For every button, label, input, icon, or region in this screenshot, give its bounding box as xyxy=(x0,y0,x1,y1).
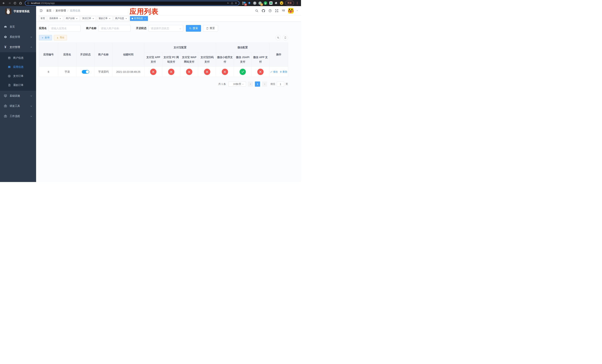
dashboard-icon xyxy=(4,25,7,29)
chevron-down-icon xyxy=(30,105,32,107)
search-icon[interactable] xyxy=(255,9,259,13)
main-area: 首页 / 支付管理 / 应用信息 应用列表 xyxy=(36,6,301,182)
browser-home-icon[interactable] xyxy=(18,1,23,5)
search-button[interactable]: 搜索 xyxy=(186,25,201,32)
sidebar-item-payment[interactable]: 支付管理 xyxy=(0,42,36,52)
enabled-switch[interactable] xyxy=(82,70,89,74)
alipay-qr-status-icon xyxy=(204,69,210,75)
breadcrumb-home[interactable]: 首页 xyxy=(46,9,52,12)
sidebar-item-system[interactable]: 系统管理 xyxy=(0,32,36,42)
add-button[interactable]: 新增 xyxy=(39,35,52,40)
app-navbar: 首页 / 支付管理 / 应用信息 应用列表 xyxy=(36,6,301,15)
font-size-icon[interactable]: TT xyxy=(281,9,285,13)
edit-link[interactable]: 修改 xyxy=(270,70,278,74)
sidebar-logo-row[interactable]: 芋道管理系统 xyxy=(0,6,36,16)
payment-submenu: 商户信息 应用信息 支付订单 xyxy=(0,52,36,91)
close-tab-icon[interactable] xyxy=(92,17,94,20)
sidebar-item-infra[interactable]: 基础设施 xyxy=(0,91,36,101)
sidebar-item-refund-order[interactable]: 退款订单 xyxy=(0,81,36,90)
fullscreen-icon[interactable] xyxy=(275,9,279,13)
goto-page-input[interactable] xyxy=(277,81,284,87)
help-icon[interactable] xyxy=(268,9,272,13)
browser-forward-icon[interactable] xyxy=(7,1,12,5)
app-name-label: 应用名 xyxy=(39,27,47,30)
extensions-row: 10 1 y xyxy=(241,1,284,5)
close-tab-icon[interactable] xyxy=(144,17,146,20)
table-toolbar: 新增 导出 xyxy=(39,35,288,40)
sidebar-item-dev-tools[interactable]: 研发工具 xyxy=(0,101,36,111)
col-actions: 操作 xyxy=(269,43,288,67)
page-number-1[interactable]: 1 xyxy=(255,81,260,87)
prev-page-button[interactable] xyxy=(248,81,253,87)
browser-toolbar: localhost:1024/pay/app 10 1 y xyxy=(0,0,301,6)
bookmark-star-icon[interactable] xyxy=(235,2,237,4)
breadcrumb-payment[interactable]: 支付管理 xyxy=(55,9,66,12)
export-button[interactable]: 导出 xyxy=(54,35,67,40)
status-select[interactable] xyxy=(149,25,183,32)
tab-home[interactable]: 首页 xyxy=(39,16,47,21)
briefcase-icon xyxy=(4,104,7,108)
browser-update-button[interactable]: 更新 xyxy=(285,1,294,5)
command-extension-icon[interactable] xyxy=(253,1,256,5)
chevron-down-icon xyxy=(242,83,244,86)
screen: localhost:1024/pay/app 10 1 y xyxy=(0,0,301,182)
github-icon[interactable] xyxy=(261,9,266,13)
next-page-button[interactable] xyxy=(262,81,267,87)
sidebar-item-pay-order[interactable]: 支付订单 xyxy=(0,72,36,81)
tab-process-form[interactable]: 流程表单 xyxy=(48,16,63,21)
cell-app-id: 6 xyxy=(39,67,58,77)
col-wechat-mini: 微信小程序支付 xyxy=(216,52,234,67)
sidebar-item-app-info[interactable]: 应用信息 xyxy=(0,62,36,72)
monitor-chart-icon xyxy=(4,94,7,97)
delete-link[interactable]: 删除 xyxy=(280,70,287,74)
share-icon[interactable] xyxy=(231,2,233,4)
app-title: 芋道管理系统 xyxy=(13,10,30,13)
avatar-caret-icon[interactable] xyxy=(296,10,298,12)
browser-back-icon[interactable] xyxy=(1,1,6,5)
app-logo xyxy=(5,8,11,14)
sidebar-item-merchant-info[interactable]: 商户信息 xyxy=(0,53,36,62)
alipay-app-status-icon xyxy=(150,69,156,75)
merchant-name-input[interactable] xyxy=(98,25,130,32)
close-tab-icon[interactable] xyxy=(125,17,127,20)
chevron-down-icon xyxy=(30,115,32,117)
site-info-icon[interactable] xyxy=(27,2,29,4)
proxy-extension-icon[interactable]: 1 xyxy=(258,1,262,5)
browser-profile-avatar[interactable] xyxy=(280,1,283,5)
sidebar-item-workflow[interactable]: 工作流程 xyxy=(0,111,36,121)
sidebar-menu: 首页 系统管理 支付管理 xyxy=(0,22,36,121)
page-content: 应用名 商户名称 开启状态 搜索 xyxy=(36,22,301,87)
filter-form: 应用名 商户名称 开启状态 搜索 xyxy=(39,25,288,32)
y-extension-icon[interactable]: y xyxy=(264,1,267,5)
close-tab-icon[interactable] xyxy=(59,17,62,20)
close-tab-icon[interactable] xyxy=(108,17,111,20)
app-name-input[interactable] xyxy=(49,25,81,32)
password-key-icon[interactable] xyxy=(227,2,229,4)
browser-menu-icon[interactable] xyxy=(295,1,300,5)
status-label: 开启状态 xyxy=(136,27,146,30)
tab-merchant-info[interactable]: 商户信息 xyxy=(113,16,129,21)
url-bar[interactable]: localhost:1024/pay/app xyxy=(25,1,239,6)
gear-icon xyxy=(4,35,7,39)
tags-view-bar: 首页 流程表单 用户分组 支付订单 退款订单 商户信息 应用信息 xyxy=(36,15,301,22)
kite-extension-icon[interactable] xyxy=(248,1,251,5)
extensions-puzzle-icon[interactable] xyxy=(275,1,278,5)
tab-user-group[interactable]: 用户分组 xyxy=(64,16,80,21)
toggle-search-button[interactable] xyxy=(275,35,281,40)
cell-app-name: 芋道 xyxy=(58,67,76,77)
user-avatar[interactable] xyxy=(288,8,294,13)
close-tab-icon[interactable] xyxy=(75,17,78,20)
browser-reload-icon[interactable] xyxy=(13,1,17,5)
collapse-sidebar-icon[interactable] xyxy=(39,9,43,13)
document-icon xyxy=(8,84,11,87)
chat-extension-icon[interactable] xyxy=(269,1,272,5)
tab-refund-order[interactable]: 退款订单 xyxy=(97,16,113,21)
refresh-button[interactable] xyxy=(283,35,288,40)
page-size-select[interactable]: 10条/页 xyxy=(228,81,246,87)
tab-pay-order[interactable]: 支付订单 xyxy=(81,16,96,21)
reset-button[interactable]: 重置 xyxy=(203,25,218,32)
pin-extension-icon[interactable]: 10 xyxy=(242,1,246,5)
chevron-down-icon xyxy=(30,36,32,38)
tab-app-info[interactable]: 应用信息 xyxy=(130,16,148,21)
sidebar-item-home[interactable]: 首页 xyxy=(0,22,36,32)
